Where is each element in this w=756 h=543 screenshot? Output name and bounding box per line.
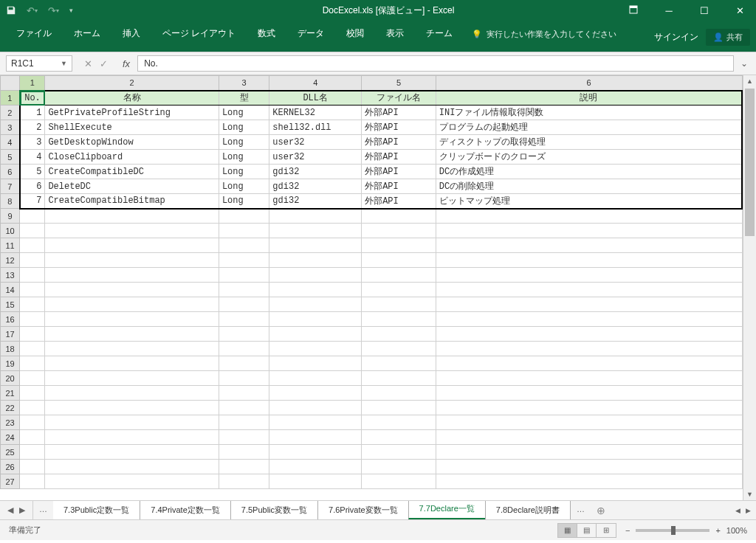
cell[interactable]: gdi32 xyxy=(269,179,362,194)
cell[interactable] xyxy=(219,312,269,327)
row-header[interactable]: 12 xyxy=(1,253,20,268)
cell[interactable] xyxy=(436,238,742,253)
scroll-left-icon[interactable]: ◀ xyxy=(732,507,743,514)
cell[interactable]: Long xyxy=(219,179,269,194)
cell[interactable] xyxy=(219,445,269,460)
column-header[interactable]: 3 xyxy=(219,76,269,91)
cell[interactable]: クリップボードのクローズ xyxy=(436,150,742,165)
close-icon[interactable]: ✕ xyxy=(729,5,750,16)
add-sheet-icon[interactable]: ⊕ xyxy=(591,501,611,519)
cell[interactable] xyxy=(362,253,436,268)
cell[interactable] xyxy=(219,401,269,415)
cell[interactable]: gdi32 xyxy=(269,165,362,179)
zoom-slider[interactable] xyxy=(636,529,709,532)
cell[interactable] xyxy=(269,474,362,489)
cell[interactable] xyxy=(219,327,269,342)
cell[interactable]: CloseClipboard xyxy=(45,150,219,165)
cell[interactable] xyxy=(20,238,45,253)
cell[interactable]: Long xyxy=(219,165,269,179)
cell[interactable]: 外部API xyxy=(362,194,436,209)
cell[interactable] xyxy=(362,283,436,297)
row-header[interactable]: 17 xyxy=(1,327,20,342)
cell[interactable]: 外部API xyxy=(362,120,436,135)
qat-customize-icon[interactable]: ▾ xyxy=(69,7,73,14)
cell[interactable] xyxy=(20,327,45,342)
scroll-up-icon[interactable]: ▲ xyxy=(743,75,756,87)
expand-formula-icon[interactable]: ⌄ xyxy=(738,58,750,69)
cell[interactable] xyxy=(20,401,45,415)
cell[interactable] xyxy=(45,356,219,371)
cell[interactable] xyxy=(269,224,362,238)
ribbon-tab[interactable]: 表示 xyxy=(376,21,414,46)
cell[interactable] xyxy=(269,297,362,312)
table-header-cell[interactable]: No. xyxy=(20,91,45,106)
cell[interactable] xyxy=(269,238,362,253)
row-header[interactable]: 1 xyxy=(1,91,20,106)
column-header[interactable]: 4 xyxy=(269,76,362,91)
cell[interactable] xyxy=(436,474,742,489)
cell[interactable] xyxy=(436,430,742,445)
cell[interactable] xyxy=(20,224,45,238)
row-header[interactable]: 6 xyxy=(1,165,20,179)
cell[interactable] xyxy=(45,268,219,283)
cell[interactable]: user32 xyxy=(269,150,362,165)
ribbon-tab[interactable]: チーム xyxy=(416,21,463,46)
grid[interactable]: 1234561No.名称型DLL名ファイル名説明21GetPrivateProf… xyxy=(0,75,743,500)
table-header-cell[interactable]: 型 xyxy=(219,91,269,106)
row-header[interactable]: 15 xyxy=(1,297,20,312)
cell[interactable] xyxy=(362,415,436,430)
cell[interactable]: プログラムの起動処理 xyxy=(436,120,742,135)
cell[interactable] xyxy=(219,253,269,268)
ribbon-options-icon[interactable] xyxy=(623,5,644,16)
row-header[interactable]: 13 xyxy=(1,268,20,283)
cell[interactable]: Long xyxy=(219,194,269,209)
ribbon-tab[interactable]: 挿入 xyxy=(112,21,151,46)
cell[interactable] xyxy=(20,356,45,371)
cell[interactable] xyxy=(436,224,742,238)
cell[interactable]: 外部API xyxy=(362,135,436,150)
row-header[interactable]: 27 xyxy=(1,474,20,489)
cell[interactable] xyxy=(269,415,362,430)
cell[interactable] xyxy=(45,327,219,342)
row-header[interactable]: 9 xyxy=(1,209,20,224)
ribbon-tab[interactable]: 数式 xyxy=(247,21,286,46)
cell[interactable]: DeleteDC xyxy=(45,179,219,194)
column-header[interactable]: 5 xyxy=(362,76,436,91)
cell[interactable] xyxy=(45,342,219,356)
cell[interactable] xyxy=(219,460,269,474)
row-header[interactable]: 25 xyxy=(1,445,20,460)
cell[interactable] xyxy=(219,474,269,489)
column-header[interactable] xyxy=(1,76,20,91)
horizontal-scrollbar[interactable]: ◀ ▶ xyxy=(611,501,756,519)
row-header[interactable]: 14 xyxy=(1,283,20,297)
cell[interactable] xyxy=(362,327,436,342)
sheet-tab[interactable]: 7.4Private定数一覧 xyxy=(140,501,231,519)
cell[interactable] xyxy=(436,268,742,283)
cell[interactable] xyxy=(362,356,436,371)
cell[interactable] xyxy=(219,238,269,253)
ribbon-tab[interactable]: ページ レイアウト xyxy=(152,21,246,46)
cell[interactable] xyxy=(219,297,269,312)
row-header[interactable]: 26 xyxy=(1,460,20,474)
cell[interactable] xyxy=(219,342,269,356)
zoom-in-icon[interactable]: + xyxy=(715,526,720,535)
cell[interactable] xyxy=(20,253,45,268)
cell[interactable] xyxy=(436,253,742,268)
cell[interactable] xyxy=(219,356,269,371)
cell[interactable] xyxy=(362,297,436,312)
minimize-icon[interactable]: ─ xyxy=(659,5,679,16)
fx-icon[interactable]: fx xyxy=(120,58,133,69)
cell[interactable] xyxy=(45,224,219,238)
cell[interactable] xyxy=(436,356,742,371)
table-header-cell[interactable]: DLL名 xyxy=(269,91,362,106)
page-layout-view-icon[interactable]: ▤ xyxy=(577,524,597,537)
row-header[interactable]: 19 xyxy=(1,356,20,371)
row-header[interactable]: 23 xyxy=(1,415,20,430)
cell[interactable] xyxy=(219,283,269,297)
zoom-value[interactable]: 100% xyxy=(726,526,747,535)
cell[interactable] xyxy=(362,224,436,238)
cell[interactable]: INIファイル情報取得関数 xyxy=(436,106,742,120)
cell[interactable] xyxy=(436,297,742,312)
cell[interactable]: GetDesktopWindow xyxy=(45,135,219,150)
cell[interactable] xyxy=(269,327,362,342)
